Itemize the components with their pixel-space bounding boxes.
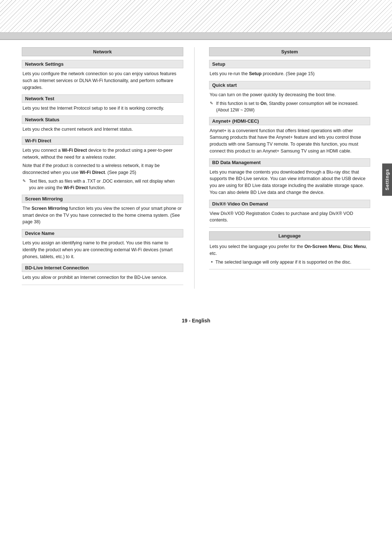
language-body: Lets you select the language you prefer … <box>209 243 371 265</box>
settings-tab-label: Settings <box>384 169 390 190</box>
network-section-header: Network <box>22 47 183 56</box>
settings-tab: Settings <box>382 163 392 196</box>
right-column: System Setup Lets you re-run the Setup p… <box>205 47 371 289</box>
page-number: 19 - English <box>182 318 211 324</box>
quick-start-header: Quick start <box>209 81 371 89</box>
bd-live-internet-header: BD-Live Internet Connection <box>22 264 183 272</box>
top-decorative-pattern <box>0 0 392 40</box>
network-test-body: Lets you test the Internet Protocol setu… <box>22 105 183 112</box>
wifi-direct-header: Wi-Fi Direct <box>22 137 183 145</box>
device-name-body: Lets you assign an identifying name to t… <box>22 240 183 260</box>
setup-header: Setup <box>209 60 371 68</box>
network-status-body: Lets you check the current network and I… <box>22 126 183 133</box>
left-column: Network Network Settings Lets you config… <box>22 47 195 289</box>
divx-header: DivX® Video On Demand <box>209 200 371 208</box>
network-settings-header: Network Settings <box>22 60 183 68</box>
bd-live-internet-body: Lets you allow or prohibit an Internet c… <box>22 274 183 281</box>
wifi-direct-body: Lets you connect a Wi-Fi Direct device t… <box>22 147 183 191</box>
divx-body: View DivX® VOD Registration Codes to pur… <box>209 210 371 224</box>
language-bottom-divider <box>209 269 371 269</box>
screen-mirroring-header: Screen Mirroring <box>22 195 183 203</box>
anynet-body: Anynet+ is a convenient function that of… <box>209 127 371 155</box>
anynet-header: Anynet+ (HDMI-CEC) <box>209 117 371 125</box>
setup-body: Lets you re-run the Setup procedure. (Se… <box>209 70 371 77</box>
quick-start-body: You can turn on the power quickly by dec… <box>209 91 371 113</box>
main-content: Network Network Settings Lets you config… <box>0 40 392 303</box>
network-settings-body: Lets you configure the network connectio… <box>22 70 183 91</box>
network-status-header: Network Status <box>22 115 183 124</box>
screen-mirroring-body: The Screen Mirroring function lets you v… <box>22 205 183 225</box>
device-name-header: Device Name <box>22 229 183 237</box>
page-footer: 19 - English <box>0 318 392 331</box>
language-section-header: Language <box>209 231 371 240</box>
right-column-divider <box>209 227 371 228</box>
bd-data-header: BD Data Management <box>209 158 371 167</box>
bd-data-body: Lets you manage the contents you downloa… <box>209 169 371 196</box>
system-section-header: System <box>209 47 371 56</box>
network-test-header: Network Test <box>22 94 183 103</box>
left-column-divider <box>22 285 183 285</box>
